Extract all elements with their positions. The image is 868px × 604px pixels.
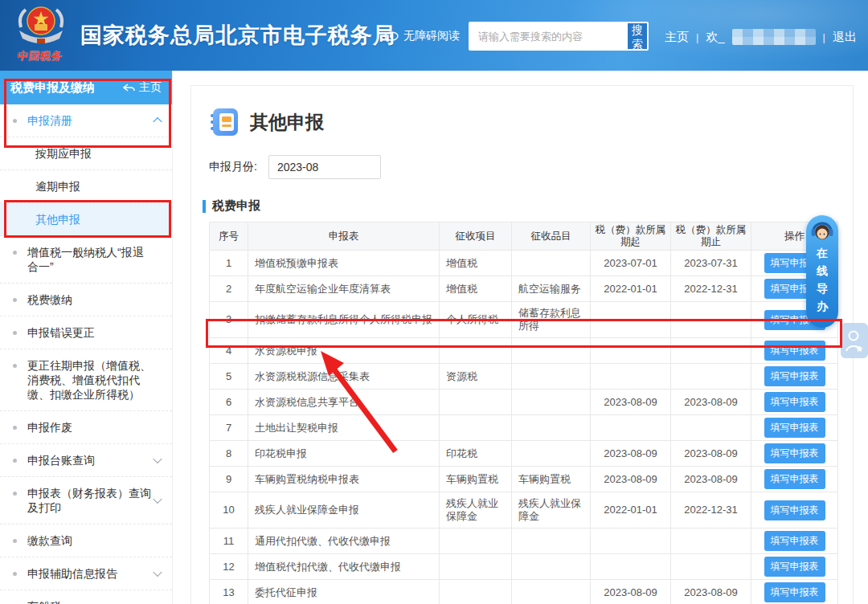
column-header: 序号 (210, 222, 248, 251)
sidebar-item[interactable]: 申报表（财务报表）查询及打印 (0, 477, 172, 524)
table-cell: 2023-07-31 (671, 251, 751, 276)
sidebar-item[interactable]: 其他申报 (0, 203, 172, 236)
sidebar-item[interactable]: 更正往期申报（增值税、消费税、增值税代扣代缴、扣缴企业所得税） (0, 349, 172, 411)
search-box: 搜索 (469, 22, 649, 51)
app-header: 中国税务 国家税务总局北京市电子税务局 无障碍阅读 搜索 主页 | 欢_ | 退… (0, 0, 868, 71)
declaration-table: 序号申报表征收项目征收品目税（费）款所属期起税（费）款所属期止操作 1增值税预缴… (209, 222, 838, 604)
table-cell: 扣缴储蓄存款利息所得个人所得税申报 (248, 302, 440, 338)
sidebar-item[interactable]: 申报作废 (0, 411, 172, 444)
table-cell (591, 554, 671, 580)
sidebar-item-label: 申报表（财务报表）查询及打印 (27, 487, 151, 514)
table-cell: 10 (210, 492, 248, 528)
eye-icon (384, 31, 399, 41)
table-cell (591, 338, 671, 364)
table-cell: 通用代扣代缴、代收代缴申报 (248, 528, 440, 554)
table-cell: 增值税预缴申报表 (248, 251, 440, 276)
sidebar-item-label: 申报台账查询 (27, 454, 95, 467)
online-guide-widget[interactable]: 在线导办 (806, 215, 838, 328)
table-cell: 1 (210, 251, 248, 276)
link-separator: | (696, 31, 698, 43)
sidebar-menu: 申报清册 按期应申报 逾期申报 其他申报 增值税一般纳税人“报退合一” 税费缴纳… (0, 104, 172, 604)
fill-declaration-button[interactable]: 填写申报表 (764, 469, 825, 489)
table-row: 4水资源税申报填写申报表 (210, 338, 838, 364)
header-links: 主页 | 欢_ | 退出 (665, 29, 857, 45)
username-redacted (732, 29, 816, 45)
contact-person-button[interactable] (841, 323, 868, 358)
table-row: 9车辆购置税纳税申报表车辆购置税车辆购置税2023-08-092023-08-0… (210, 467, 838, 492)
fill-declaration-button[interactable]: 填写申报表 (764, 557, 825, 577)
table-cell: 增值税 (440, 251, 512, 276)
table-cell (440, 554, 512, 580)
sidebar-item[interactable]: 税费缴纳 (0, 284, 172, 316)
sidebar-item[interactable]: 增值税一般纳税人“报退合一” (0, 236, 172, 284)
sidebar-item-label: 增值税一般纳税人“报退合一” (27, 246, 144, 273)
table-cell: 年度航空运输企业年度清算表 (248, 276, 440, 302)
guide-widget-label-char: 办 (817, 299, 828, 313)
sidebar-home-link[interactable]: 主页 (123, 80, 162, 95)
table-row: 7土地出让契税申报填写申报表 (210, 415, 838, 441)
filter-label: 申报月份: (209, 160, 257, 174)
table-cell-action: 填写申报表 (751, 364, 838, 390)
table-row: 8印花税申报印花税2023-08-092023-08-09填写申报表 (210, 441, 838, 467)
sidebar-item-label: 申报作废 (27, 421, 72, 434)
sidebar-item[interactable]: 按期应申报 (0, 137, 172, 170)
sidebar-item-label: 税费缴纳 (27, 293, 72, 306)
table-cell: 7 (210, 415, 248, 441)
search-button[interactable]: 搜索 (628, 23, 647, 49)
table-cell: 4 (210, 338, 248, 364)
fill-declaration-button[interactable]: 填写申报表 (764, 443, 825, 463)
back-arrow-icon (123, 84, 135, 92)
fill-declaration-button[interactable]: 填写申报表 (764, 500, 825, 520)
chevron-up-icon (153, 117, 162, 126)
sidebar-item-label: 申报清册 (27, 114, 72, 127)
table-body: 1增值税预缴申报表增值税2023-07-012023-07-31填写申报表2年度… (210, 251, 838, 604)
table-cell: 增值税代扣代缴、代收代缴申报 (248, 554, 440, 580)
table-cell (671, 415, 751, 441)
guide-widget-label-char: 线 (817, 263, 828, 278)
fill-declaration-button[interactable]: 填写申报表 (764, 392, 825, 412)
sidebar-item[interactable]: 逾期申报 (0, 170, 172, 203)
page-title: 其他申报 (250, 110, 324, 135)
table-cell-action: 填写申报表 (751, 528, 838, 554)
fill-declaration-button[interactable]: 填写申报表 (764, 366, 825, 386)
table-cell-action: 填写申报表 (751, 338, 838, 364)
declare-month-input[interactable] (268, 155, 381, 179)
table-cell: 6 (210, 390, 248, 415)
sidebar-item[interactable]: 申报错误更正 (0, 316, 172, 349)
table-row: 10残疾人就业保障金申报残疾人就业保障金残疾人就业保障金2022-01-0120… (210, 492, 838, 528)
table-cell: 残疾人就业保障金 (512, 492, 591, 528)
sidebar-item[interactable]: 申报台账查询 (0, 444, 172, 477)
table-cell-action: 填写申报表 (751, 415, 838, 441)
fill-declaration-button[interactable]: 填写申报表 (764, 531, 825, 551)
guide-widget-label-char: 导 (817, 281, 828, 296)
fill-declaration-button[interactable]: 填写申报表 (764, 341, 825, 361)
column-header: 征收品目 (512, 222, 591, 251)
table-cell: 车辆购置税纳税申报表 (248, 467, 440, 492)
accessibility-link[interactable]: 无障碍阅读 (384, 29, 460, 43)
assistant-avatar-icon (810, 220, 834, 243)
table-cell: 航空运输服务 (512, 276, 591, 302)
table-cell: 车辆购置税 (512, 467, 591, 492)
table-cell (512, 251, 591, 276)
accessibility-label: 无障碍阅读 (403, 29, 460, 43)
sidebar-item-label: 按期应申报 (35, 147, 92, 160)
table-cell (440, 338, 512, 364)
fill-declaration-button[interactable]: 填写申报表 (764, 582, 825, 602)
fill-declaration-button[interactable]: 填写申报表 (764, 418, 825, 438)
sidebar-item[interactable]: 车船税 (0, 590, 172, 604)
logout-link[interactable]: 退出 (833, 30, 857, 45)
home-link[interactable]: 主页 (665, 30, 689, 45)
sidebar-item[interactable]: 申报清册 (0, 104, 172, 137)
logo-caption: 中国税务 (17, 49, 64, 63)
search-input[interactable] (470, 23, 628, 49)
table-cell: 11 (210, 528, 248, 554)
table-cell: 12 (210, 554, 248, 580)
column-header: 税（费）款所属期止 (671, 222, 751, 251)
sidebar-item[interactable]: 申报辅助信息报告 (0, 557, 172, 590)
sidebar-header: 税费申报及缴纳 主页 (0, 71, 172, 104)
table-cell: 2023-08-09 (671, 580, 751, 604)
table-cell: 印花税 (440, 441, 512, 467)
sidebar-item[interactable]: 缴款查询 (0, 524, 172, 557)
table-cell (512, 441, 591, 467)
table-cell: 2022-12-31 (671, 276, 751, 302)
